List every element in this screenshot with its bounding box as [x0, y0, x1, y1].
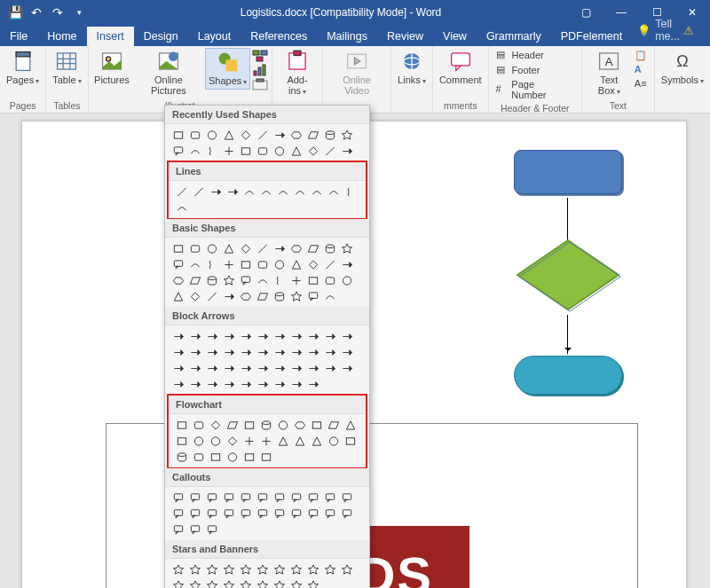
shape-item[interactable]: [187, 578, 202, 588]
shape-item[interactable]: [322, 361, 337, 375]
pictures-button[interactable]: Pictures: [92, 48, 132, 87]
shape-item[interactable]: [288, 144, 304, 158]
shape-item[interactable]: [191, 450, 206, 464]
ribbon-options-icon[interactable]: ▢: [568, 0, 604, 25]
tab-grammarly[interactable]: Grammarly: [477, 27, 551, 46]
shape-item[interactable]: [275, 434, 290, 448]
shape-item[interactable]: [238, 257, 253, 271]
shape-item[interactable]: [170, 490, 185, 505]
shape-item[interactable]: [292, 184, 307, 199]
flowchart-terminator-shape[interactable]: [514, 356, 622, 395]
shape-item[interactable]: [272, 490, 287, 505]
wordart-icon[interactable]: A: [635, 64, 651, 76]
shape-item[interactable]: [187, 329, 202, 343]
shape-item[interactable]: [255, 578, 270, 588]
shape-item[interactable]: [204, 257, 219, 271]
shape-item[interactable]: [238, 289, 253, 303]
online-pictures-button[interactable]: Online Pictures: [133, 48, 203, 98]
shape-item[interactable]: [208, 184, 223, 199]
shape-item[interactable]: [339, 562, 354, 576]
shape-item[interactable]: [322, 562, 337, 576]
page-number-button[interactable]: #Page Number: [493, 78, 578, 101]
tab-insert[interactable]: Insert: [87, 27, 134, 46]
shape-item[interactable]: [305, 329, 320, 343]
shape-item[interactable]: [322, 329, 337, 343]
shape-item[interactable]: [305, 289, 320, 303]
shape-item[interactable]: [255, 361, 270, 375]
shape-item[interactable]: [241, 434, 256, 448]
shape-item[interactable]: [326, 184, 341, 199]
shape-item[interactable]: [288, 361, 304, 375]
shape-item[interactable]: [170, 257, 185, 271]
shape-item[interactable]: [258, 434, 273, 448]
shape-item[interactable]: [225, 184, 240, 199]
shape-item[interactable]: [204, 128, 219, 142]
shape-item[interactable]: [343, 434, 358, 448]
shape-item[interactable]: [255, 257, 270, 271]
undo-icon[interactable]: ↶: [28, 4, 44, 20]
shape-item[interactable]: [221, 289, 236, 303]
share-button[interactable]: 👤 Share: [699, 26, 710, 46]
shape-item[interactable]: [288, 490, 304, 505]
shape-item[interactable]: [326, 434, 341, 448]
shape-item[interactable]: [288, 329, 304, 343]
shape-item[interactable]: [288, 257, 304, 271]
shape-item[interactable]: [339, 345, 354, 359]
shape-item[interactable]: [255, 562, 270, 576]
shape-item[interactable]: [258, 184, 273, 199]
shape-item[interactable]: [238, 241, 253, 255]
shape-item[interactable]: [204, 329, 219, 343]
footer-button[interactable]: ▤Footer: [493, 63, 578, 77]
save-icon[interactable]: 💾: [7, 4, 23, 20]
shape-item[interactable]: [339, 329, 354, 343]
shape-item[interactable]: [191, 418, 206, 432]
shape-item[interactable]: [187, 128, 202, 142]
shape-item[interactable]: [272, 329, 287, 343]
shape-item[interactable]: [241, 184, 256, 199]
shape-item[interactable]: [275, 418, 290, 432]
shape-item[interactable]: [238, 490, 253, 505]
shape-item[interactable]: [174, 450, 189, 464]
shape-item[interactable]: [204, 377, 219, 391]
shape-item[interactable]: [305, 490, 320, 505]
shape-item[interactable]: [255, 144, 270, 158]
shape-item[interactable]: [187, 289, 202, 303]
shape-item[interactable]: [272, 345, 287, 359]
shape-item[interactable]: [238, 273, 253, 287]
tab-design[interactable]: Design: [134, 27, 188, 46]
shape-item[interactable]: [309, 434, 324, 448]
tell-me-search[interactable]: 💡 Tell me... ⚠: [632, 14, 699, 46]
shape-item[interactable]: [204, 562, 219, 576]
shape-item[interactable]: [187, 490, 202, 505]
shape-item[interactable]: [238, 562, 253, 576]
shape-item[interactable]: [204, 345, 219, 359]
shape-item[interactable]: [221, 128, 236, 142]
tab-pdfelement[interactable]: PDFelement: [551, 27, 632, 46]
shape-item[interactable]: [255, 128, 270, 142]
shape-item[interactable]: [305, 144, 320, 158]
shape-item[interactable]: [255, 329, 270, 343]
shape-item[interactable]: [191, 434, 206, 448]
shape-item[interactable]: [322, 289, 337, 303]
shape-item[interactable]: [305, 128, 320, 142]
shape-item[interactable]: [174, 184, 189, 199]
shape-item[interactable]: [221, 361, 236, 375]
shape-item[interactable]: [272, 578, 287, 588]
flowchart-decision-shape[interactable]: [514, 237, 622, 313]
shape-item[interactable]: [241, 418, 256, 432]
tab-file[interactable]: File: [0, 27, 37, 46]
shape-item[interactable]: [170, 144, 185, 158]
shape-item[interactable]: [255, 289, 270, 303]
shape-item[interactable]: [225, 450, 240, 464]
shape-item[interactable]: [174, 200, 189, 215]
shape-item[interactable]: [187, 361, 202, 375]
shape-item[interactable]: [170, 289, 185, 303]
tab-review[interactable]: Review: [377, 27, 433, 46]
tab-mailings[interactable]: Mailings: [317, 27, 377, 46]
shape-item[interactable]: [322, 144, 337, 158]
online-video-button[interactable]: Online Video: [327, 48, 387, 98]
shape-item[interactable]: [170, 578, 185, 588]
shape-item[interactable]: [204, 361, 219, 375]
shape-item[interactable]: [208, 418, 223, 432]
shape-item[interactable]: [221, 241, 236, 255]
